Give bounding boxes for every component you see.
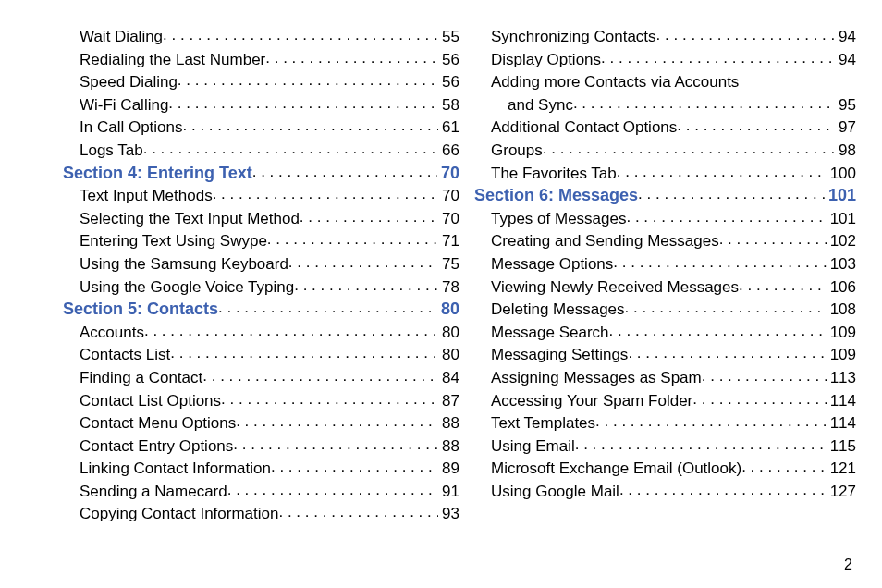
toc-entry[interactable]: Contact Menu Options88	[63, 412, 459, 435]
toc-entry-page: 56	[438, 51, 459, 69]
toc-column-left: Wait Dialing55Redialing the Last Number5…	[63, 26, 459, 526]
toc-entry[interactable]: Finding a Contact84	[63, 367, 459, 390]
toc-entry-page: 106	[827, 278, 856, 297]
toc-entry-label: Contact List Options	[80, 392, 221, 410]
toc-entry-page: 109	[827, 324, 856, 342]
toc-entry-page: 66	[438, 141, 459, 160]
dot-leader	[252, 163, 437, 178]
toc-entry[interactable]: Linking Contact Information89	[63, 458, 459, 481]
toc-entry[interactable]: Using the Samsung Keyboard75	[63, 253, 459, 276]
toc-entry[interactable]: Copying Contact Information93	[63, 503, 459, 526]
toc-entry[interactable]: Additional Contact Options97	[474, 116, 856, 140]
toc-entry[interactable]: Entering Text Using Swype71	[63, 230, 459, 253]
toc-entry[interactable]: The Favorites Tab100	[474, 163, 856, 186]
toc-entry-page: 95	[835, 96, 856, 115]
toc-entry[interactable]: Accounts80	[63, 322, 459, 345]
toc-entry[interactable]: Contact List Options87	[63, 390, 459, 413]
toc-entry-page: 127	[827, 483, 856, 501]
toc-entry[interactable]: Types of Messages101	[474, 208, 856, 231]
dot-leader	[294, 276, 438, 292]
toc-entry-label: Copying Contact Information	[80, 505, 278, 523]
dot-leader	[609, 322, 827, 337]
toc-entry-page: 97	[835, 118, 856, 137]
toc-entry[interactable]: Creating and Sending Messages102	[474, 230, 856, 253]
toc-entry-label: Using Email	[491, 437, 575, 456]
dot-leader	[692, 390, 826, 406]
dot-leader	[739, 71, 856, 87]
toc-entry[interactable]: Contact Entry Options88	[63, 435, 459, 459]
toc-entry-page: 113	[827, 369, 856, 387]
dot-leader	[543, 140, 835, 155]
toc-entry-page: 101	[825, 186, 856, 205]
toc-section-heading[interactable]: Section 6: Messages101	[474, 185, 856, 208]
toc-entry-label: Message Search	[491, 324, 609, 342]
dot-leader	[677, 116, 835, 132]
toc-entry[interactable]: Message Search109	[474, 322, 856, 345]
toc-entry-label: Message Options	[491, 255, 613, 274]
toc-entry-label: Viewing Newly Received Messages	[491, 278, 739, 297]
toc-entry[interactable]: Using the Google Voice Typing78	[63, 276, 459, 300]
toc-entry-page: 115	[827, 437, 856, 456]
toc-entry-label: Entering Text Using Swype	[80, 232, 267, 251]
toc-entry[interactable]: Microsoft Exchange Email (Outlook)121	[474, 458, 856, 481]
toc-entry[interactable]: and Sync95	[474, 94, 856, 117]
toc-entry-label: Section 5: Contacts	[63, 300, 218, 319]
dot-leader	[233, 435, 438, 451]
dot-leader	[719, 230, 827, 246]
toc-entry-label: Linking Contact Information	[80, 459, 271, 478]
toc-entry[interactable]: Sending a Namecard91	[63, 481, 459, 504]
toc-entry[interactable]: Adding more Contacts via Accounts	[474, 71, 856, 94]
dot-leader	[271, 458, 438, 473]
toc-entry[interactable]: Wait Dialing55	[63, 26, 459, 49]
toc-entry[interactable]: Using Email115	[474, 435, 856, 459]
toc-entry-label: Logs Tab	[80, 141, 143, 160]
toc-entry-page: 58	[438, 96, 459, 115]
toc-entry-label: Text Input Methods	[80, 187, 213, 205]
toc-entry[interactable]: Redialing the Last Number56	[63, 49, 459, 72]
toc-entry-page: 94	[835, 28, 856, 46]
toc-entry-page: 91	[438, 483, 459, 501]
toc-entry[interactable]: Synchronizing Contacts94	[474, 26, 856, 49]
dot-leader	[613, 253, 826, 269]
toc-entry-page: 101	[827, 210, 856, 228]
dot-leader	[702, 367, 827, 383]
toc-entry[interactable]: Contacts List80	[63, 344, 459, 367]
toc-entry[interactable]: Logs Tab66	[63, 140, 459, 163]
toc-entry[interactable]: Wi-Fi Calling58	[63, 94, 459, 117]
toc-entry-page: 84	[438, 369, 459, 387]
dot-leader	[144, 322, 438, 337]
dot-leader	[227, 481, 438, 496]
toc-entry[interactable]: Accessing Your Spam Folder114	[474, 390, 856, 413]
toc-entry-page: 70	[438, 187, 459, 205]
toc-entry[interactable]: Selecting the Text Input Method70	[63, 208, 459, 231]
dot-leader	[656, 26, 835, 42]
toc-page: Wait Dialing55Redialing the Last Number5…	[0, 0, 882, 588]
toc-entry[interactable]: Assigning Messages as Spam113	[474, 367, 856, 390]
toc-entry-label: Deleting Messages	[491, 300, 625, 319]
toc-entry[interactable]: Message Options103	[474, 253, 856, 276]
toc-entry[interactable]: Deleting Messages108	[474, 299, 856, 322]
toc-entry-page: 78	[438, 278, 459, 297]
toc-entry-page: 75	[438, 255, 459, 274]
toc-section-heading[interactable]: Section 4: Entering Text70	[63, 163, 459, 186]
toc-entry-page: 103	[827, 255, 856, 274]
toc-entry-label: Wait Dialing	[80, 28, 163, 46]
toc-entry-label: Microsoft Exchange Email (Outlook)	[491, 459, 741, 478]
toc-entry[interactable]: Display Options94	[474, 49, 856, 72]
toc-entry[interactable]: Messaging Settings109	[474, 344, 856, 367]
toc-entry[interactable]: Text Input Methods70	[63, 185, 459, 208]
toc-entry-label: Accessing Your Spam Folder	[491, 392, 692, 410]
toc-entry-page: 108	[827, 300, 856, 319]
toc-entry-label: Section 6: Messages	[474, 186, 638, 205]
toc-entry[interactable]: Groups98	[474, 140, 856, 163]
toc-entry-label: Speed Dialing	[80, 73, 178, 92]
toc-entry[interactable]: Viewing Newly Received Messages106	[474, 276, 856, 300]
toc-entry-label: Contact Entry Options	[80, 437, 233, 456]
toc-entry-label: Creating and Sending Messages	[491, 232, 719, 251]
dot-leader	[170, 344, 438, 360]
toc-entry[interactable]: Using Google Mail127	[474, 481, 856, 504]
toc-entry[interactable]: Text Templates114	[474, 412, 856, 435]
toc-entry[interactable]: Speed Dialing56	[63, 71, 459, 94]
toc-entry[interactable]: In Call Options61	[63, 116, 459, 140]
toc-section-heading[interactable]: Section 5: Contacts80	[63, 299, 459, 322]
